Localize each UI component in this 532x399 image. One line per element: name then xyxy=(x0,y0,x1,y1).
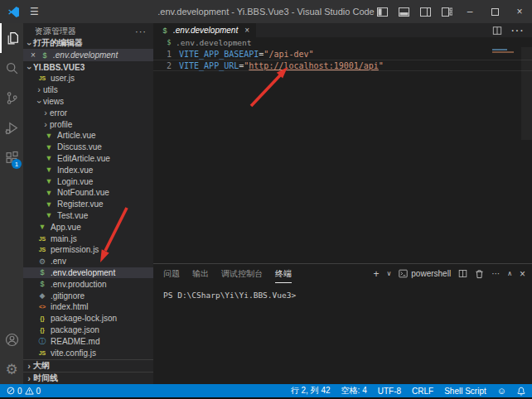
panel-more-actions-icon[interactable]: ··· xyxy=(491,270,500,278)
open-editors-label: 打开的编辑器 xyxy=(33,37,83,49)
tree-item-Discuss.vue[interactable]: ▼Discuss.vue xyxy=(23,142,153,153)
maximize-button[interactable] xyxy=(482,0,507,23)
file-name: .env.production xyxy=(51,280,107,289)
tree-item-README.md[interactable]: ⓘREADME.md xyxy=(23,335,153,347)
notifications-bell-icon[interactable] xyxy=(517,387,525,396)
shell-name: powershell xyxy=(411,269,451,278)
run-debug-icon[interactable] xyxy=(0,113,23,142)
tree-item-.env[interactable]: ⚙.env xyxy=(23,256,153,267)
json-icon: {} xyxy=(37,315,47,321)
tree-item-EditArticle.vue[interactable]: ▼EditArticle.vue xyxy=(23,153,153,165)
tab-output[interactable]: 输出 xyxy=(192,265,209,282)
customize-layout-icon[interactable] xyxy=(436,0,457,23)
cursor-position[interactable]: 行 2, 列 42 xyxy=(291,385,331,397)
sidebar-title-row: 资源管理器 ··· xyxy=(23,26,153,37)
tree-item-Login.vue[interactable]: ▼Login.vue xyxy=(23,175,153,187)
tree-item-.env.production[interactable]: $.env.production xyxy=(23,278,153,290)
tab-terminal[interactable]: 终端 xyxy=(275,265,292,283)
breadcrumb[interactable]: $ .env.development xyxy=(153,37,532,47)
terminal-prompt: PS D:\CSharp\Yi\Yi.BBS.Vue3> xyxy=(163,291,296,300)
code-line-2[interactable]: 2 VITE_APP_URL="http://localhost:19001/a… xyxy=(153,60,532,71)
outline-section-header[interactable]: › 大纲 xyxy=(23,359,153,372)
new-terminal-icon[interactable]: + xyxy=(373,269,379,279)
file-name: Article.vue xyxy=(57,131,96,140)
tree-item-App.vue[interactable]: ▼App.vue xyxy=(23,221,153,233)
terminal-instance[interactable]: powershell xyxy=(399,269,451,278)
tree-item-profile[interactable]: ›profile xyxy=(23,118,153,130)
tree-item-Test.vue[interactable]: ▼Test.vue xyxy=(23,210,153,222)
minimap[interactable] xyxy=(492,49,515,54)
tree-item-permission.js[interactable]: JSpermission.js xyxy=(23,244,153,256)
timeline-label: 时间线 xyxy=(33,373,58,384)
status-bar: 0 0 行 2, 列 42 空格: 4 UTF-8 CRLF Shell Scr… xyxy=(0,384,532,397)
maximize-panel-icon[interactable]: ∧ xyxy=(507,271,512,277)
tab-debug-console[interactable]: 调试控制台 xyxy=(221,265,263,282)
file-name: views xyxy=(43,97,64,106)
tree-item-main.js[interactable]: JSmain.js xyxy=(23,233,153,244)
tab-problems[interactable]: 问题 xyxy=(163,265,180,282)
tree-item-views[interactable]: ›views xyxy=(23,96,153,108)
close-panel-icon[interactable]: × xyxy=(520,269,525,279)
split-editor-icon[interactable] xyxy=(492,26,502,36)
tab-close-icon[interactable]: × xyxy=(244,26,249,35)
terminal-dropdown-icon[interactable]: ∨ xyxy=(386,271,391,277)
tree-item-.env.development[interactable]: $.env.development xyxy=(23,267,153,279)
search-icon[interactable] xyxy=(0,53,23,83)
tree-item-package-lock.json[interactable]: {}package-lock.json xyxy=(23,313,153,324)
toggle-primary-sidebar-icon[interactable] xyxy=(371,0,393,23)
tree-item-error[interactable]: ›error xyxy=(23,107,153,118)
kill-terminal-icon[interactable] xyxy=(475,269,484,279)
tree-item-utils[interactable]: ›utils xyxy=(23,84,153,96)
feedback-smiley-icon[interactable]: ☺ xyxy=(497,387,506,396)
extensions-icon[interactable]: 1 xyxy=(0,142,23,172)
env-variable: VITE_APP_BASEAPI xyxy=(179,50,259,59)
code-area[interactable]: 1 VITE_APP_BASEAPI="/api-dev" 2 VITE_APP… xyxy=(153,47,532,263)
toggle-secondary-sidebar-icon[interactable] xyxy=(414,0,436,23)
encoding[interactable]: UTF-8 xyxy=(378,387,401,396)
problems-status[interactable]: 0 0 xyxy=(7,387,41,396)
language-mode[interactable]: Shell Script xyxy=(444,387,486,396)
file-name: vite.config.js xyxy=(51,349,96,358)
url-link[interactable]: http://localhost:19001/api xyxy=(249,61,379,70)
account-icon[interactable] xyxy=(0,324,23,354)
tree-item-vite.config.js[interactable]: JSvite.config.js xyxy=(23,347,153,358)
explorer-icon[interactable] xyxy=(0,23,23,53)
terminal-output[interactable]: PS D:\CSharp\Yi\Yi.BBS.Vue3> xyxy=(153,283,532,300)
js-icon: JS xyxy=(37,75,47,81)
indentation[interactable]: 空格: 4 xyxy=(341,385,367,397)
source-control-icon[interactable] xyxy=(0,83,23,113)
eol-sequence[interactable]: CRLF xyxy=(412,387,433,396)
sidebar-more-actions-icon[interactable]: ··· xyxy=(135,26,147,36)
menu-hamburger-icon[interactable]: ☰ xyxy=(30,6,39,17)
timeline-section-header[interactable]: › 时间线 xyxy=(23,372,153,384)
breadcrumb-file: .env.development xyxy=(176,38,252,47)
split-terminal-icon[interactable] xyxy=(458,269,467,278)
close-editor-icon[interactable]: × xyxy=(28,50,38,60)
tree-item-package.json[interactable]: {}package.json xyxy=(23,324,153,336)
file-name: main.js xyxy=(51,234,77,243)
tab-env-development[interactable]: $ .env.development × xyxy=(153,23,256,37)
minimize-button[interactable]: – xyxy=(457,0,482,23)
tree-item-Register.vue[interactable]: ▼Register.vue xyxy=(23,199,153,210)
tree-item-.gitignore[interactable]: ◆.gitignore xyxy=(23,290,153,301)
editor-scrollbar[interactable] xyxy=(521,47,532,140)
tree-item-Index.vue[interactable]: ▼Index.vue xyxy=(23,164,153,175)
toggle-panel-icon[interactable] xyxy=(393,0,414,23)
close-button[interactable]: × xyxy=(507,0,532,23)
string-value: "/api-dev" xyxy=(264,50,313,59)
open-editor-item[interactable]: × $ .env.development xyxy=(23,49,153,61)
tree-item-NotFound.vue[interactable]: ▼NotFound.vue xyxy=(23,187,153,199)
tree-item-Article.vue[interactable]: ▼Article.vue xyxy=(23,130,153,142)
minimap-line-mark xyxy=(492,49,507,50)
open-editors-header[interactable]: › 打开的编辑器 xyxy=(23,37,153,49)
file-name: Index.vue xyxy=(57,166,93,175)
json-icon: {} xyxy=(37,327,47,333)
project-root-header[interactable]: › YI.BBS.VUE3 xyxy=(23,61,153,73)
outline-label: 大纲 xyxy=(33,360,50,372)
code-line-1[interactable]: 1 VITE_APP_BASEAPI="/api-dev" xyxy=(153,48,532,60)
editor-more-actions-icon[interactable]: ··· xyxy=(510,23,524,38)
tree-item-user.js[interactable]: JSuser.js xyxy=(23,73,153,84)
file-name: .gitignore xyxy=(51,291,85,300)
tree-item-index.html[interactable]: <>index.html xyxy=(23,301,153,313)
settings-gear-icon[interactable]: ⚙ xyxy=(0,354,23,384)
